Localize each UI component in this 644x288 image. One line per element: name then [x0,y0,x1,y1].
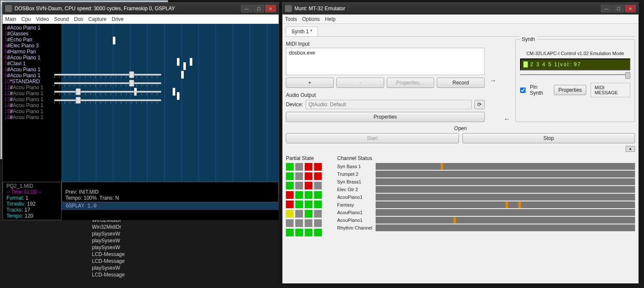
munt-window: Munt: MT-32 Emulator — ☐ ✕ ToolsOptionsH… [282,2,639,284]
lcd-title: CM-32L/LAPC-I Control v1.02 Emulation Mo… [520,51,630,56]
menu-options[interactable]: Options [302,16,320,22]
partial-cell [286,201,294,208]
partial-cell [314,163,322,171]
partial-cell [314,191,322,199]
minimize-button[interactable]: — [601,5,612,12]
menu-sound[interactable]: Sound [54,16,69,22]
collapse-icon[interactable]: ▲ [626,146,635,152]
output-gain-slider[interactable] [54,91,161,93]
menu-dos[interactable]: Dos [74,16,83,22]
channel-row: 3#Echo Pan [4,37,60,43]
synth-label: Synth [520,36,537,42]
reverb-time-slider[interactable] [54,74,161,76]
arrow-left-icon: ← [502,115,512,123]
maximize-button[interactable]: ☐ [253,5,264,12]
gsplay-status: PQ2_1.MID -- Time 01:00 -- Format: 1 Tim… [3,182,279,220]
close-button[interactable]: ✕ [265,5,276,12]
channel-row: 16#Acou Piano 1 [4,114,60,120]
partial-cell [295,191,303,199]
partial-cell [305,191,312,199]
dosbox-title: DOSBox SVN-Daum, CPU speed: 3000 cycles,… [15,6,241,12]
partial-cell [314,229,322,236]
channel-status-row: Fantasy [337,201,635,208]
volume-slider[interactable] [520,73,630,76]
synth-panel: Synth CM-32L/LAPC-I Control v1.02 Emulat… [515,39,635,122]
partial-cell [286,219,294,227]
channel-row: 13#Acou Piano 1 [4,96,60,102]
refresh-icon[interactable]: ⟳ [474,100,485,109]
channel-row: 2#Glasses [4,31,60,37]
channel-status-row: Rhythm Channel [337,224,635,231]
channel-row: 7#Clavi 1 [4,61,60,67]
midi-remove-button[interactable]: - [336,78,384,88]
partial-cell [286,191,294,199]
partial-cell [286,229,294,236]
channel-status-row: Syn Bass 1 [337,163,635,170]
channel-status-row: AcouPiano1 [337,209,635,216]
dosbox-titlebar[interactable]: DOSBox SVN-Daum, CPU speed: 3000 cycles,… [3,3,279,15]
partial-cell [295,229,303,236]
partial-cell [286,163,294,171]
device-label: Device: [286,102,303,108]
munt-title: Munt: MT-32 Emulator [294,6,601,12]
channel-status-row: Elec Gtr 2 [337,186,635,193]
synth-properties-button[interactable]: Properties [554,85,587,95]
maximize-button[interactable]: ☐ [613,5,624,12]
munt-titlebar[interactable]: Munt: MT-32 Emulator — ☐ ✕ [282,3,638,15]
menu-tools[interactable]: Tools [285,16,297,22]
open-label: Open [286,125,635,131]
partial-cell [305,163,312,171]
device-select[interactable]: QtAudio: Default [306,100,472,109]
midi-input-list[interactable]: dosbox.exe [286,48,485,75]
record-button[interactable]: Record [437,78,485,88]
channel-row: 12#Acou Piano 1 [4,90,60,96]
minimize-button[interactable]: — [241,5,252,12]
channel-list: 1#Acou Piano 12#Glasses3#Echo Pan4#Elec … [3,24,62,182]
menu-capture[interactable]: Capture [88,16,107,22]
channel-row: 11#Acou Piano 1 [4,84,60,90]
pin-synth-checkbox[interactable]: Pin Synth [520,84,550,96]
partial-cell [314,182,322,189]
midi-add-button[interactable]: + [286,78,334,88]
synth-lcd: 2 3 4 5 1|vol: 97 [520,58,630,70]
start-button[interactable]: Start [286,133,459,143]
tab-synth1[interactable]: Synth 1 * [286,26,318,36]
channel-row: 5#Harmo Pan [4,49,60,55]
dosbox-app-icon [5,5,12,12]
partial-state-label: Partial State [286,155,329,161]
midi-message-display: MIDI MESSAGE [591,83,630,97]
channel-status-table: Syn Bass 1Trumpet 2Syn Brass1Elec Gtr 2A… [337,163,635,231]
partial-cell [314,210,322,218]
channel-status-row: Syn Brass1 [337,178,635,185]
gsplay-version: GSPLAY 1.0 [62,202,279,210]
partial-cell [305,201,312,208]
menu-drive[interactable]: Drive [112,16,124,22]
partial-cell [305,229,312,236]
munt-menubar: ToolsOptionsHelp [282,15,638,24]
partial-cell [305,210,312,218]
partial-cell [305,172,312,180]
channel-row: 6#Acou Piano 1 [4,55,60,61]
channel-status-row: Trumpet 2 [337,171,635,177]
channel-row: 10*STANDARD [4,79,60,84]
partial-cell [305,219,312,227]
menu-video[interactable]: Video [36,16,49,22]
reverb-level-slider[interactable] [54,82,161,84]
midi-input-label: MIDI Input [286,41,485,47]
close-button[interactable]: ✕ [625,5,636,12]
audio-properties-button[interactable]: Properties [286,112,485,122]
partial-cell [305,182,312,189]
reverb-output-gain-slider[interactable] [54,99,161,101]
partial-cell [286,172,294,180]
partial-cell [295,201,303,208]
partial-cell [295,210,303,218]
menu-help[interactable]: Help [325,16,335,22]
stop-button[interactable]: Stop [462,133,635,143]
menu-cpu[interactable]: Cpu [21,16,31,22]
partial-cell [314,172,322,180]
channel-row: 4#Elec Piano 3 [4,43,60,49]
munt-app-icon [285,5,292,12]
menu-main[interactable]: Main [5,16,16,22]
channel-row: 9#Acou Piano 1 [4,73,60,79]
midi-properties-button[interactable]: Properties… [387,78,435,88]
